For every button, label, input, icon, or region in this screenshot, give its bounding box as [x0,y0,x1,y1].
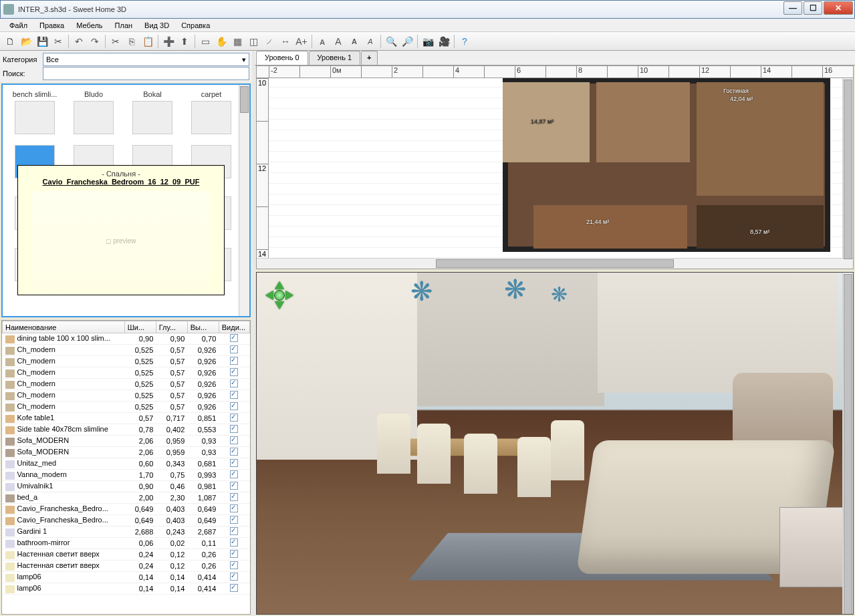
menu-help[interactable]: Справка [176,20,215,30]
nav-center-icon[interactable] [274,290,285,301]
table-row[interactable]: Side table 40x78cm slimline 0,78 0,402 0… [3,424,250,436]
table-row[interactable]: Ch_modern 0,525 0,57 0,926 [3,345,250,356]
plan-canvas[interactable]: 14,87 м² 21,44 м² 8,57 м² Гостиная 42,04… [269,78,853,258]
checkbox-icon[interactable] [230,459,238,467]
checkbox-icon[interactable] [230,379,238,388]
plan-scrollbar-h[interactable] [257,258,853,269]
table-row[interactable]: Ch_modern 0,525 0,57 0,926 [3,390,250,402]
text-large-icon[interactable]: A [331,34,346,49]
cell-visible[interactable] [219,515,249,526]
cell-visible[interactable] [219,402,249,413]
table-row[interactable]: Cavio_Francheska_Bedro... 0,649 0,403 0,… [3,515,250,526]
checkbox-icon[interactable] [230,402,238,410]
cell-visible[interactable] [219,549,249,561]
tab-level-1[interactable]: Уровень 1 [309,51,361,65]
menu-edit[interactable]: Правка [34,20,70,30]
checkbox-icon[interactable] [230,493,238,501]
checkbox-icon[interactable] [230,357,238,365]
checkbox-icon[interactable] [230,448,238,456]
table-row[interactable]: Cavio_Francheska_Bedro... 0,649 0,403 0,… [3,504,250,515]
col-width[interactable]: Ши... [124,321,156,333]
table-row[interactable]: Ch_modern 0,525 0,57 0,926 [3,367,250,379]
cell-visible[interactable] [219,333,249,345]
select-icon[interactable]: ▭ [198,34,213,49]
cell-visible[interactable] [219,458,249,470]
catalog-item[interactable]: Bludo [64,90,123,136]
undo-icon[interactable]: ↶ [72,34,86,49]
cell-visible[interactable] [219,470,249,481]
checkbox-icon[interactable] [230,391,238,399]
open-icon[interactable]: 📂 [19,34,33,49]
checkbox-icon[interactable] [230,516,238,524]
checkbox-icon[interactable] [230,334,238,342]
col-height[interactable]: Вы... [187,321,219,333]
table-row[interactable]: lamp06 0,14 0,14 0,414 [3,572,250,583]
catalog-item[interactable]: bench slimli... [5,90,64,136]
table-row[interactable]: Gardini 1 2,688 0,243 2,687 [3,526,250,538]
cell-visible[interactable] [219,413,249,424]
close-button[interactable]: ✕ [824,1,853,15]
checkbox-icon[interactable] [230,584,238,592]
cell-visible[interactable] [219,504,249,515]
zoom-out-icon[interactable]: 🔎 [400,34,414,49]
room-icon[interactable]: ◫ [246,34,261,49]
checkbox-icon[interactable] [230,436,238,444]
nav-compass[interactable] [261,277,298,314]
checkbox-icon[interactable] [230,550,238,558]
checkbox-icon[interactable] [230,573,238,581]
checkbox-icon[interactable] [230,470,238,478]
catalog-scrollbar[interactable] [239,85,249,316]
cell-visible[interactable] [219,572,249,583]
text-italic-icon[interactable]: A [363,34,378,49]
checkbox-icon[interactable] [230,345,238,353]
wall-icon[interactable]: ▦ [230,34,245,49]
catalog-item[interactable]: Bokal [123,90,182,136]
import-icon[interactable]: ⬆ [177,34,192,49]
polyline-icon[interactable]: ⟋ [262,34,277,49]
cell-visible[interactable] [219,492,249,504]
paste-icon[interactable]: 📋 [140,34,155,49]
cell-visible[interactable] [219,356,249,367]
nav-down-icon[interactable] [275,301,284,314]
checkbox-icon[interactable] [230,561,238,569]
catalog-item[interactable]: carpet [182,90,241,136]
prefs-icon[interactable]: ✂ [51,34,66,49]
checkbox-icon[interactable] [230,414,238,422]
table-row[interactable]: Unitaz_med 0,60 0,343 0,681 [3,458,250,470]
cell-visible[interactable] [219,436,249,447]
text-small-icon[interactable]: ᴀ [315,34,330,49]
cell-visible[interactable] [219,447,249,458]
table-row[interactable]: lamp06 0,14 0,14 0,414 [3,583,250,595]
col-depth[interactable]: Глу... [156,321,187,333]
table-row[interactable]: Ch_modern 0,525 0,57 0,926 [3,402,250,413]
table-row[interactable]: Sofa_MODERN 2,06 0,959 0,93 [3,447,250,458]
cell-visible[interactable] [219,526,249,538]
menu-furniture[interactable]: Мебель [71,20,108,30]
cell-visible[interactable] [219,424,249,436]
dimension-icon[interactable]: ↔ [278,34,293,49]
text-icon[interactable]: A+ [294,34,309,49]
zoom-in-icon[interactable]: 🔍 [384,34,398,49]
cell-visible[interactable] [219,367,249,379]
table-row[interactable]: Kofe table1 0,57 0,717 0,851 [3,413,250,424]
photo-icon[interactable]: 📷 [420,34,435,49]
cell-visible[interactable] [219,538,249,549]
table-row[interactable]: Sofa_MODERN 2,06 0,959 0,93 [3,436,250,447]
cell-visible[interactable] [219,481,249,492]
cell-visible[interactable] [219,345,249,356]
view3d-scrollbar[interactable] [842,273,853,614]
table-row[interactable]: dining table 100 x 100 slim... 0,90 0,90… [3,333,250,345]
category-select[interactable]: Все ▾ [43,53,249,66]
search-input[interactable] [43,67,249,80]
video-icon[interactable]: 🎥 [437,34,451,49]
pan-icon[interactable]: ✋ [214,34,229,49]
table-row[interactable]: Ch_modern 0,525 0,57 0,926 [3,379,250,390]
text-bold-icon[interactable]: A [347,34,362,49]
nav-left-icon[interactable] [261,291,273,300]
plan-panel[interactable]: -20м246810121416 101214 14,87 м² 21,44 м… [256,65,854,269]
checkbox-icon[interactable] [230,527,238,535]
checkbox-icon[interactable] [230,368,238,376]
tab-add-level[interactable]: + [361,51,377,65]
table-row[interactable]: Umivalnik1 0,90 0,46 0,981 [3,481,250,492]
maximize-button[interactable]: ☐ [804,1,822,15]
